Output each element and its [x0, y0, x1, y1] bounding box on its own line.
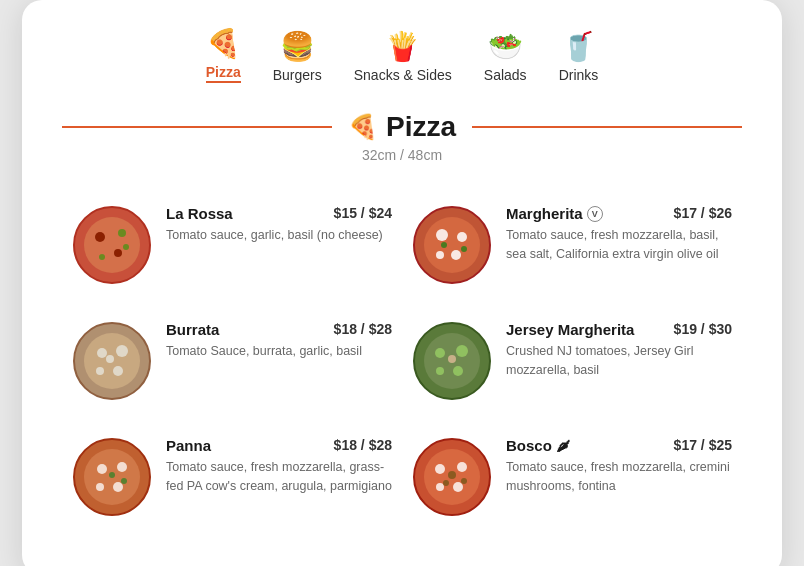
jersey-margherita-name: Jersey Margherita [506, 321, 634, 338]
svg-point-27 [435, 348, 445, 358]
nav-label-burgers: Burgers [273, 67, 322, 83]
svg-point-23 [106, 355, 114, 363]
pizza-image-bosco [412, 437, 492, 517]
bosco-desc: Tomato sauce, fresh mozzarella, cremini … [506, 458, 732, 496]
fries-nav-icon: 🍟 [385, 33, 420, 61]
pizza-image-la-rossa [72, 205, 152, 285]
menu-item-la-rossa[interactable]: La Rossa $15 / $24 Tomato sauce, garlic,… [62, 187, 402, 303]
svg-point-28 [456, 345, 468, 357]
margherita-badge: V [587, 206, 603, 222]
svg-point-44 [435, 464, 445, 474]
svg-point-30 [436, 367, 444, 375]
jersey-margherita-desc: Crushed NJ tomatoes, Jersey Girl mozzare… [506, 342, 732, 380]
svg-point-35 [97, 464, 107, 474]
la-rossa-name: La Rossa [166, 205, 233, 222]
svg-point-40 [121, 478, 127, 484]
menu-item-jersey-margherita[interactable]: Jersey Margherita $19 / $30 Crushed NJ t… [402, 303, 742, 419]
pizza-image-jersey-margherita [412, 321, 492, 401]
burrata-name: Burrata [166, 321, 219, 338]
nav-label-snacks: Snacks & Sides [354, 67, 452, 83]
svg-point-22 [96, 367, 104, 375]
svg-point-9 [424, 217, 480, 273]
svg-point-19 [97, 348, 107, 358]
svg-point-38 [96, 483, 104, 491]
svg-point-39 [109, 472, 115, 478]
burger-nav-icon: 🍔 [280, 33, 315, 61]
bosco-chili-icon: 🌶 [556, 438, 570, 454]
nav-item-salads[interactable]: 🥗 Salads [484, 33, 527, 83]
section-title: Pizza [386, 111, 456, 143]
svg-point-45 [457, 462, 467, 472]
jersey-margherita-price: $19 / $30 [674, 321, 732, 337]
margherita-price: $17 / $26 [674, 205, 732, 221]
svg-point-36 [117, 462, 127, 472]
menu-item-la-rossa-info: La Rossa $15 / $24 Tomato sauce, garlic,… [166, 205, 392, 245]
burrata-name-row: Burrata $18 / $28 [166, 321, 392, 338]
menu-item-bosco-info: Bosco 🌶 $17 / $25 Tomato sauce, fresh mo… [506, 437, 732, 496]
la-rossa-name-row: La Rossa $15 / $24 [166, 205, 392, 222]
svg-point-12 [451, 250, 461, 260]
svg-point-50 [443, 480, 449, 486]
panna-name-row: Panna $18 / $28 [166, 437, 392, 454]
panna-price: $18 / $28 [334, 437, 392, 453]
pizza-nav-icon: 🍕 [206, 30, 241, 58]
panna-desc: Tomato sauce, fresh mozzarella, grass-fe… [166, 458, 392, 496]
nav-label-drinks: Drinks [559, 67, 599, 83]
nav-item-snacks[interactable]: 🍟 Snacks & Sides [354, 33, 452, 83]
margherita-desc: Tomato sauce, fresh mozzarella, basil, s… [506, 226, 732, 264]
nav-item-drinks[interactable]: 🥤 Drinks [559, 33, 599, 83]
menu-item-panna[interactable]: Panna $18 / $28 Tomato sauce, fresh mozz… [62, 419, 402, 535]
section-line-right [472, 126, 742, 128]
svg-point-3 [118, 229, 126, 237]
svg-point-29 [453, 366, 463, 376]
svg-point-47 [436, 483, 444, 491]
section-header: 🍕 Pizza [62, 111, 742, 143]
menu-item-panna-info: Panna $18 / $28 Tomato sauce, fresh mozz… [166, 437, 392, 496]
la-rossa-desc: Tomato sauce, garlic, basil (no cheese) [166, 226, 392, 245]
svg-point-5 [99, 254, 105, 260]
menu-item-margherita[interactable]: Margherita V $17 / $26 Tomato sauce, fre… [402, 187, 742, 303]
nav-label-pizza: Pizza [206, 64, 241, 83]
section-line-left [62, 126, 332, 128]
svg-point-31 [448, 355, 456, 363]
svg-point-14 [441, 242, 447, 248]
svg-point-11 [457, 232, 467, 242]
svg-point-15 [461, 246, 467, 252]
svg-point-13 [436, 251, 444, 259]
bosco-price: $17 / $25 [674, 437, 732, 453]
svg-point-6 [123, 244, 129, 250]
svg-point-2 [95, 232, 105, 242]
menu-item-burrata[interactable]: Burrata $18 / $28 Tomato Sauce, burrata,… [62, 303, 402, 419]
svg-point-4 [114, 249, 122, 257]
svg-point-21 [113, 366, 123, 376]
nav-item-burgers[interactable]: 🍔 Burgers [273, 33, 322, 83]
salad-nav-icon: 🥗 [488, 33, 523, 61]
pizza-image-burrata [72, 321, 152, 401]
svg-point-37 [113, 482, 123, 492]
menu-item-margherita-info: Margherita V $17 / $26 Tomato sauce, fre… [506, 205, 732, 264]
svg-point-48 [448, 471, 456, 479]
svg-point-46 [453, 482, 463, 492]
menu-item-bosco[interactable]: Bosco 🌶 $17 / $25 Tomato sauce, fresh mo… [402, 419, 742, 535]
bosco-name-row: Bosco 🌶 $17 / $25 [506, 437, 732, 454]
nav-label-salads: Salads [484, 67, 527, 83]
jersey-margherita-name-row: Jersey Margherita $19 / $30 [506, 321, 732, 338]
category-nav: 🍕 Pizza 🍔 Burgers 🍟 Snacks & Sides 🥗 Sal… [62, 30, 742, 83]
la-rossa-price: $15 / $24 [334, 205, 392, 221]
margherita-name: Margherita V [506, 205, 603, 222]
menu-card: 🍕 Pizza 🍔 Burgers 🍟 Snacks & Sides 🥗 Sal… [22, 0, 782, 566]
svg-point-10 [436, 229, 448, 241]
section-pizza-icon: 🍕 [348, 113, 378, 141]
section-subtitle: 32cm / 48cm [62, 147, 742, 163]
menu-grid: La Rossa $15 / $24 Tomato sauce, garlic,… [62, 187, 742, 535]
burrata-desc: Tomato Sauce, burrata, garlic, basil [166, 342, 392, 361]
drink-nav-icon: 🥤 [561, 33, 596, 61]
burrata-price: $18 / $28 [334, 321, 392, 337]
svg-point-20 [116, 345, 128, 357]
pizza-image-panna [72, 437, 152, 517]
pizza-image-margherita [412, 205, 492, 285]
margherita-name-row: Margherita V $17 / $26 [506, 205, 732, 222]
section-title-wrap: 🍕 Pizza [332, 111, 472, 143]
nav-item-pizza[interactable]: 🍕 Pizza [206, 30, 241, 83]
panna-name: Panna [166, 437, 211, 454]
